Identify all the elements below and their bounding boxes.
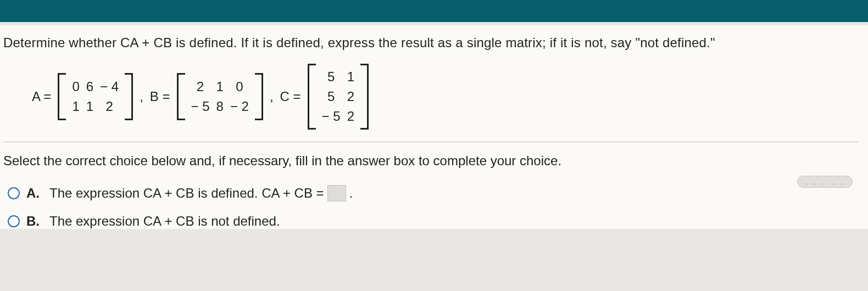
matrix-cell: 2 [105,99,113,114]
matrix-cell: − 5 [322,109,341,124]
matrix-cell: 1 [347,69,354,85]
choice-letter: A. [26,186,41,201]
question-text: Determine whether CA + CB is defined. If… [3,35,858,51]
choice-b[interactable]: B. The expression CA + CB is not defined… [8,214,858,229]
choice-a-text-before: The expression CA + CB is defined. CA + … [49,186,324,201]
radio-a[interactable] [8,187,20,199]
matrix-cell: − 5 [191,99,210,114]
instruction-text: Select the correct choice below and, if … [3,153,858,169]
radio-b[interactable] [8,215,20,227]
matrix-b: 2 1 0 − 5 8 − 2 [177,73,263,120]
separator: , [140,89,143,104]
bracket-right-icon [359,64,369,130]
separator: , [270,89,274,104]
bracket-left-icon [308,64,318,130]
bracket-left-icon [58,73,68,120]
section-divider [3,142,858,142]
bracket-right-icon [253,73,263,120]
matrix-definitions: A = 0 6 − 4 1 1 2 , B = 2 1 0 − 5 8 [32,64,858,130]
app-header-bar [0,0,868,22]
matrix-cell: 5 [327,89,335,104]
more-options-button[interactable]: . . . . . [797,176,853,188]
matrix-cell: 1 [72,99,79,114]
matrix-cell: 6 [86,79,93,94]
choice-a-text-after: . [349,186,353,201]
matrix-cell: 2 [347,89,354,104]
matrix-a: 0 6 − 4 1 1 2 [58,73,133,120]
choice-letter: B. [26,214,41,229]
matrix-cell: 1 [216,79,224,94]
matrix-b-label: B = [150,89,170,104]
question-panel: Determine whether CA + CB is defined. If… [0,22,868,229]
matrix-c-label: C = [280,89,301,104]
matrix-c: 5 1 5 2 − 5 2 [308,64,369,130]
matrix-cell: − 4 [100,79,119,94]
matrix-cell: 2 [197,79,204,94]
choice-a[interactable]: A. The expression CA + CB is defined. CA… [8,185,858,202]
bracket-left-icon [177,73,187,120]
answer-input-box[interactable] [327,185,346,202]
matrix-cell: 8 [216,99,224,114]
choice-b-text: The expression CA + CB is not defined. [49,214,280,229]
matrix-a-label: A = [32,89,51,104]
matrix-cell: − 2 [230,99,249,114]
matrix-cell: 0 [236,79,243,94]
choice-a-text: The expression CA + CB is defined. CA + … [49,185,353,202]
matrix-cell: 2 [347,109,354,124]
matrix-cell: 0 [72,79,79,94]
matrix-cell: 5 [327,69,335,85]
matrix-cell: 1 [86,99,93,114]
bracket-right-icon [123,73,133,120]
